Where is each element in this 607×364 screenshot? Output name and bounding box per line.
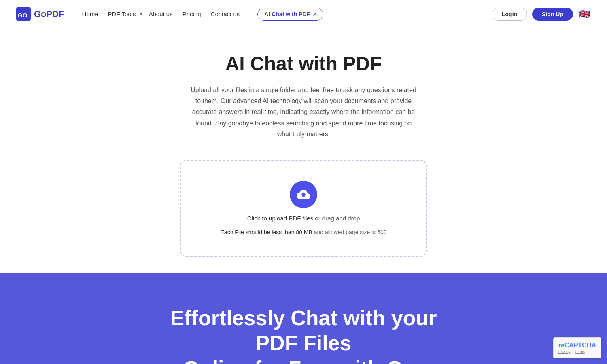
nav-links: Home PDF Tools ▾ About us Pricing Contac… <box>79 8 243 20</box>
signup-button[interactable]: Sign Up <box>532 8 573 21</box>
upload-size-info: and allowed page size is 500 <box>312 229 387 235</box>
nav-pdf-tools[interactable]: PDF Tools ▾ <box>105 8 142 20</box>
nav-home-link[interactable]: Home <box>79 8 102 20</box>
chevron-down-icon[interactable]: ▾ <box>140 11 142 17</box>
page-title: AI Chat with PDF <box>225 53 382 75</box>
nav-about[interactable]: About us <box>146 11 176 18</box>
ai-chat-button[interactable]: AI Chat with PDF ↗ <box>257 8 323 21</box>
recaptcha-separator: - <box>572 350 573 354</box>
language-selector[interactable]: 🇬🇧 <box>578 8 591 21</box>
recaptcha-links: Privacy - Terms <box>558 350 596 354</box>
main-content: AI Chat with PDF Upload all your files i… <box>0 28 607 273</box>
upload-area[interactable]: Click to upload PDF files or drag and dr… <box>180 160 427 257</box>
svg-text:GO: GO <box>18 12 28 19</box>
nav-contact-link[interactable]: Contact us <box>208 8 243 20</box>
logo[interactable]: GO GoPDF <box>16 7 64 21</box>
nav-pricing-link[interactable]: Pricing <box>179 8 204 20</box>
login-button[interactable]: Login <box>492 8 527 21</box>
upload-icon-circle <box>290 181 317 208</box>
upload-drag-text: or drag and drop <box>313 215 360 222</box>
nav-contact[interactable]: Contact us <box>208 11 243 18</box>
upload-subtext: Each File should be less than 80 MB and … <box>221 229 387 236</box>
navbar: GO GoPDF Home PDF Tools ▾ About us Prici… <box>0 0 607 28</box>
nav-home[interactable]: Home <box>79 11 102 18</box>
recaptcha-badge: reCAPTCHA Privacy - Terms <box>553 337 601 358</box>
upload-size-link[interactable]: Each File should be less than 80 MB <box>221 229 312 235</box>
navbar-left: GO GoPDF Home PDF Tools ▾ About us Prici… <box>16 7 323 21</box>
upload-click-link[interactable]: Click to upload PDF files <box>247 215 313 222</box>
external-link-icon: ↗ <box>312 11 316 17</box>
nav-pricing[interactable]: Pricing <box>179 11 204 18</box>
upload-text: Click to upload PDF files or drag and dr… <box>247 215 360 222</box>
navbar-right: Login Sign Up 🇬🇧 <box>492 8 591 21</box>
footer-heading-line2: Online for Free with Our <box>183 357 424 364</box>
pdf-tools-wrapper[interactable]: PDF Tools ▾ <box>105 8 142 20</box>
footer-section: Effortlessly Chat with your PDF Files On… <box>0 273 607 364</box>
footer-heading: Effortlessly Chat with your PDF Files On… <box>162 305 445 364</box>
recaptcha-logo: reCAPTCHA <box>558 342 596 349</box>
recaptcha-terms[interactable]: Terms <box>575 350 585 354</box>
logo-icon: GO <box>16 7 31 21</box>
nav-about-link[interactable]: About us <box>146 8 176 20</box>
pdf-tools-link[interactable]: PDF Tools <box>105 8 139 20</box>
page-description: Upload all your files in a single folder… <box>188 85 419 140</box>
recaptcha-privacy[interactable]: Privacy <box>558 350 571 354</box>
footer-heading-line1: Effortlessly Chat with your PDF Files <box>170 306 437 355</box>
logo-text: GoPDF <box>34 9 64 19</box>
upload-cloud-icon <box>297 188 310 201</box>
flag-icon: 🇬🇧 <box>579 9 590 19</box>
ai-chat-label: AI Chat with PDF <box>264 11 310 17</box>
